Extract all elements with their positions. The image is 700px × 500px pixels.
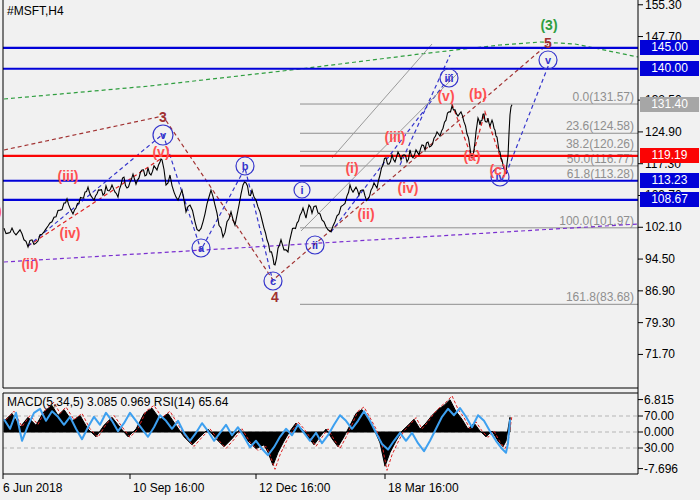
indicator-axis-tick: 0.000 — [644, 425, 674, 439]
price-level-badge: 131.40 — [640, 97, 699, 112]
price-axis-tick: 71.70 — [645, 347, 675, 361]
indicator-axis-tick: 6.815 — [644, 393, 674, 407]
price-axis-tick: 94.50 — [645, 252, 675, 266]
wave-label-number: 5 — [544, 35, 552, 51]
price-level-badge: 145.00 — [640, 40, 699, 55]
wave-label-red: (i) — [345, 160, 358, 176]
chart-label-layer: #MSFT,H4 MACD(5,34,5) 3.085 0.969 RSI(14… — [0, 0, 700, 500]
wave-label-red: (iv) — [60, 225, 81, 241]
price-axis-tick: 86.90 — [645, 284, 675, 298]
time-axis-label: 12 Dec 16:00 — [259, 481, 330, 495]
wave-label-red: (i) — [0, 203, 2, 219]
price-level-badge: 108.67 — [640, 192, 699, 207]
time-axis-label: 10 Sep 16:00 — [133, 481, 204, 495]
indicator-header: MACD(5,34,5) 3.085 0.969 RSI(14) 65.64 — [7, 395, 228, 409]
indicator-axis-tick: -7.696 — [644, 462, 678, 476]
price-level-badge: 140.00 — [640, 61, 699, 76]
wave-label-red: (ii) — [21, 256, 38, 272]
price-level-badge: 113.23 — [640, 173, 699, 188]
price-level-badge: 119.19 — [640, 148, 699, 163]
wave-label-number: 3 — [159, 109, 167, 125]
price-axis-tick: 79.30 — [645, 316, 675, 330]
wave-label-red: (iii) — [385, 129, 406, 145]
wave-label-green: (3) — [540, 17, 557, 33]
indicator-axis-tick: 70.00 — [644, 409, 674, 423]
wave-label-red: (v) — [152, 144, 169, 160]
wave-label-red: (c) — [489, 162, 506, 178]
price-axis-tick: 102.10 — [645, 220, 682, 234]
chart-window: 0.0(131.57)23.6(124.58)38.2(120.26)50.0(… — [0, 0, 700, 500]
price-axis-tick: 155.30 — [645, 0, 682, 12]
wave-label-red: (iv) — [398, 180, 419, 196]
symbol-title: #MSFT,H4 — [7, 4, 64, 18]
indicator-axis-tick: 30.00 — [644, 441, 674, 455]
wave-label-red: (ii) — [357, 206, 374, 222]
wave-label-red: (a) — [463, 148, 480, 164]
price-axis-tick: 124.90 — [645, 125, 682, 139]
wave-label-red: (v) — [437, 88, 454, 104]
wave-label-red: (b) — [469, 86, 487, 102]
time-axis-label: 18 Mar 16:00 — [388, 481, 459, 495]
wave-label-red: (iii) — [58, 168, 79, 184]
time-axis-label: 6 Jun 2018 — [3, 481, 62, 495]
wave-label-number: 4 — [271, 289, 279, 305]
